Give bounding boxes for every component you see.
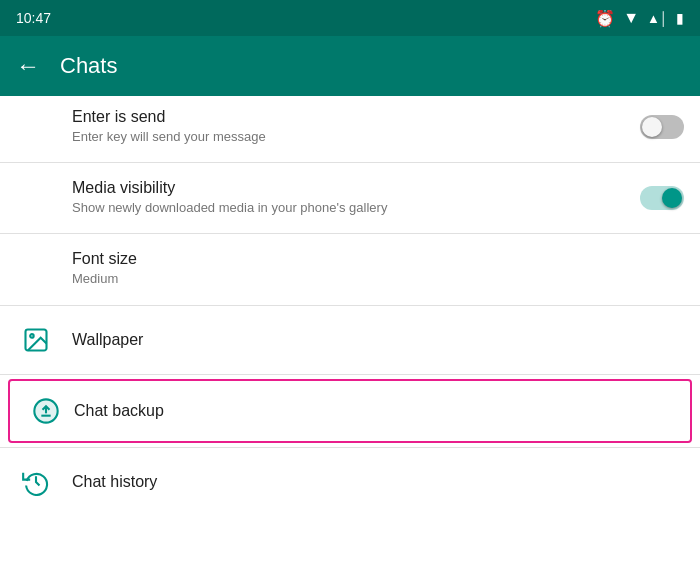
enter-is-send-toggle[interactable] [640,115,684,139]
divider-4 [0,374,700,375]
chat-history-icon [22,468,50,496]
settings-content: Enter is send Enter key will send your m… [0,96,700,512]
settings-item-font-size[interactable]: Font size Medium [0,238,700,300]
alarm-icon: ⏰ [595,9,615,28]
status-bar: 10:47 ⏰ ▼ ▲│ ▮ [0,0,700,36]
toggle-thumb [642,117,662,137]
chat-backup-icon-container [26,391,66,431]
settings-item-wallpaper[interactable]: Wallpaper [0,310,700,370]
toolbar: ← Chats [0,36,700,96]
chat-backup-icon [32,397,60,425]
status-icons: ⏰ ▼ ▲│ ▮ [595,9,684,28]
media-visibility-title: Media visibility [72,179,624,197]
media-visibility-subtitle: Show newly downloaded media in your phon… [72,199,624,217]
chat-history-title: Chat history [72,473,684,491]
wifi-icon: ▼ [623,9,639,27]
battery-icon: ▮ [676,10,684,26]
svg-point-1 [30,334,34,338]
wallpaper-icon-container [16,320,56,360]
settings-item-enter-is-send[interactable]: Enter is send Enter key will send your m… [0,96,700,158]
media-visibility-toggle[interactable] [640,186,684,210]
page-title: Chats [60,53,117,79]
settings-item-chat-backup[interactable]: Chat backup [10,381,690,441]
settings-item-media-visibility[interactable]: Media visibility Show newly downloaded m… [0,167,700,229]
chat-backup-highlight-border: Chat backup [8,379,692,443]
chat-backup-title: Chat backup [74,402,674,420]
enter-is-send-subtitle: Enter key will send your message [72,128,624,146]
status-time: 10:47 [16,10,51,26]
divider-3 [0,305,700,306]
wallpaper-title: Wallpaper [72,331,684,349]
chat-history-icon-container [16,462,56,502]
settings-item-chat-history[interactable]: Chat history [0,452,700,512]
font-size-subtitle: Medium [72,270,684,288]
enter-is-send-title: Enter is send [72,108,624,126]
toggle-thumb-on [662,188,682,208]
divider-5 [0,447,700,448]
divider-2 [0,233,700,234]
font-size-title: Font size [72,250,684,268]
divider-1 [0,162,700,163]
back-button[interactable]: ← [16,52,40,80]
wallpaper-icon [22,326,50,354]
signal-icon: ▲│ [647,11,668,26]
